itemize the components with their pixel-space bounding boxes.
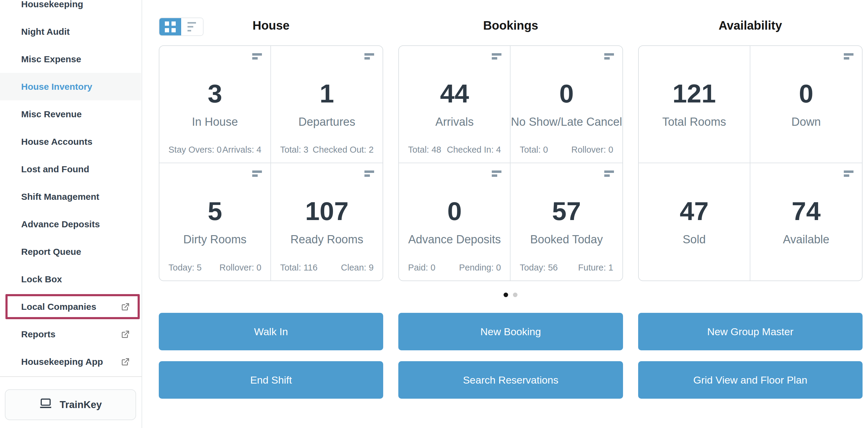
sidebar-item-label: Lost and Found <box>21 164 89 174</box>
stat-footer-left: Total: 3 <box>280 145 309 155</box>
stat-value: 0 <box>559 80 574 106</box>
stat-footer-left: Total: 0 <box>520 145 548 155</box>
sidebar-item-label: Misc Expense <box>21 54 81 64</box>
sidebar-item-housekeeping[interactable]: Housekeeping <box>0 0 141 18</box>
trainkey-button[interactable]: TrainKey <box>5 389 136 420</box>
stat-label: Sold <box>683 233 706 246</box>
sidebar-divider <box>0 376 142 377</box>
sidebar-item-house-accounts[interactable]: House Accounts <box>0 128 141 155</box>
view-toggle <box>159 18 204 36</box>
stat-label: In House <box>192 116 238 128</box>
card-menu-icon[interactable] <box>365 53 374 60</box>
stat-label: No Show/Late Cancel <box>511 116 622 128</box>
new-group-master-button[interactable]: New Group Master <box>638 313 863 350</box>
card-menu-icon[interactable] <box>252 53 262 60</box>
sidebar-item-label: Misc Revenue <box>21 109 82 120</box>
list-view-button[interactable] <box>181 18 203 35</box>
sidebar-item-advance-deposits[interactable]: Advance Deposits <box>0 210 141 238</box>
card-dirty-rooms: 5 Dirty Rooms Today: 5Rollover: 0 <box>159 163 271 281</box>
stat-value: 57 <box>552 198 581 224</box>
sidebar-item-label: Housekeeping <box>21 0 83 9</box>
sidebar-item-label: Housekeeping App <box>21 357 103 367</box>
stat-value: 107 <box>305 198 349 224</box>
laptop-icon <box>39 398 52 412</box>
sidebar-item-label: Lock Box <box>21 274 62 285</box>
pagination-dot-active[interactable] <box>503 293 508 297</box>
end-shift-button[interactable]: End Shift <box>159 361 383 399</box>
grid-view-floor-plan-button[interactable]: Grid View and Floor Plan <box>638 361 863 399</box>
card-available: 74 Available <box>750 163 862 281</box>
stat-label: Down <box>792 116 821 128</box>
stat-label: Ready Rooms <box>290 233 363 246</box>
walk-in-button[interactable]: Walk In <box>159 313 383 350</box>
trainkey-label: TrainKey <box>60 399 102 410</box>
stat-label: Available <box>783 233 830 246</box>
stat-value: 47 <box>680 198 709 224</box>
external-link-icon <box>121 330 130 339</box>
sidebar: Housekeeping Night Audit Misc Expense Ho… <box>0 0 142 428</box>
sidebar-item-shift-management[interactable]: Shift Management <box>0 183 141 210</box>
stat-value: 0 <box>447 198 462 224</box>
card-down: 0 Down <box>750 46 862 163</box>
stat-footer-right: Pending: 0 <box>459 263 501 273</box>
card-no-show-late-cancel: 0 No Show/Late Cancel Total: 0Rollover: … <box>510 46 622 163</box>
list-view-icon <box>187 22 196 31</box>
card-menu-icon[interactable] <box>604 53 614 60</box>
sidebar-item-misc-expense[interactable]: Misc Expense <box>0 45 141 73</box>
stat-value: 1 <box>320 80 334 106</box>
stat-value: 0 <box>799 80 813 106</box>
card-total-rooms: 121 Total Rooms <box>639 46 750 163</box>
grid-view-icon <box>165 22 176 32</box>
sidebar-item-label: Advance Deposits <box>21 219 100 229</box>
card-menu-icon[interactable] <box>492 170 501 177</box>
search-reservations-button[interactable]: Search Reservations <box>398 361 623 399</box>
sidebar-item-lost-and-found[interactable]: Lost and Found <box>0 155 141 183</box>
card-menu-icon[interactable] <box>604 170 614 177</box>
stat-footer-right: Checked In: 4 <box>447 145 501 155</box>
new-booking-button[interactable]: New Booking <box>398 313 623 350</box>
column-title-bookings: Bookings <box>398 19 623 32</box>
stat-footer-left: Paid: 0 <box>408 263 435 273</box>
dashboard-main: House Bookings Availability 3 In House S… <box>143 0 868 428</box>
card-menu-icon[interactable] <box>252 170 262 177</box>
grid-view-button[interactable] <box>159 18 181 35</box>
column-title-availability: Availability <box>638 19 863 32</box>
stat-label: Arrivals <box>435 116 474 128</box>
stat-label: Dirty Rooms <box>183 233 247 246</box>
stat-label: Total Rooms <box>662 116 726 128</box>
sidebar-item-night-audit[interactable]: Night Audit <box>0 18 141 45</box>
card-advance-deposits: 0 Advance Deposits Paid: 0Pending: 0 <box>399 163 510 281</box>
card-sold: 47 Sold <box>639 163 750 281</box>
stat-footer-left: Today: 5 <box>168 263 202 273</box>
sidebar-item-label: House Accounts <box>21 137 93 147</box>
card-menu-icon[interactable] <box>844 53 854 60</box>
stat-footer-right: Rollover: 0 <box>571 145 613 155</box>
sidebar-item-housekeeping-app[interactable]: Housekeeping App <box>0 348 141 375</box>
stat-label: Advance Deposits <box>408 233 501 246</box>
stat-value: 44 <box>440 80 469 106</box>
sidebar-item-house-inventory[interactable]: House Inventory <box>0 73 141 100</box>
stat-footer-right: Arrivals: 4 <box>222 145 261 155</box>
sidebar-item-lock-box[interactable]: Lock Box <box>0 265 141 293</box>
sidebar-item-local-companies[interactable]: Local Companies <box>0 293 141 320</box>
card-menu-icon[interactable] <box>365 170 374 177</box>
stat-footer-left: Stay Overs: 0 <box>168 145 222 155</box>
card-menu-icon[interactable] <box>844 170 854 177</box>
stat-value: 3 <box>208 80 222 106</box>
stat-footer-right: Future: 1 <box>578 263 613 273</box>
sidebar-item-label: Report Queue <box>21 246 81 257</box>
carousel-pagination <box>398 293 623 297</box>
sidebar-item-label: Shift Management <box>21 192 99 202</box>
card-booked-today: 57 Booked Today Today: 56Future: 1 <box>510 163 622 281</box>
sidebar-item-misc-revenue[interactable]: Misc Revenue <box>0 100 141 128</box>
stat-footer-left: Total: 48 <box>408 145 441 155</box>
availability-card-group: 121 Total Rooms 0 Down 47 Sold 74 Availa… <box>638 45 863 281</box>
card-menu-icon[interactable] <box>492 53 501 60</box>
card-ready-rooms: 107 Ready Rooms Total: 116Clean: 9 <box>271 163 382 281</box>
external-link-icon <box>121 357 130 366</box>
sidebar-item-report-queue[interactable]: Report Queue <box>0 238 141 265</box>
sidebar-item-reports[interactable]: Reports <box>0 320 141 348</box>
stat-footer-right: Checked Out: 2 <box>313 145 374 155</box>
pagination-dot[interactable] <box>513 293 518 297</box>
stat-value: 121 <box>672 80 716 106</box>
